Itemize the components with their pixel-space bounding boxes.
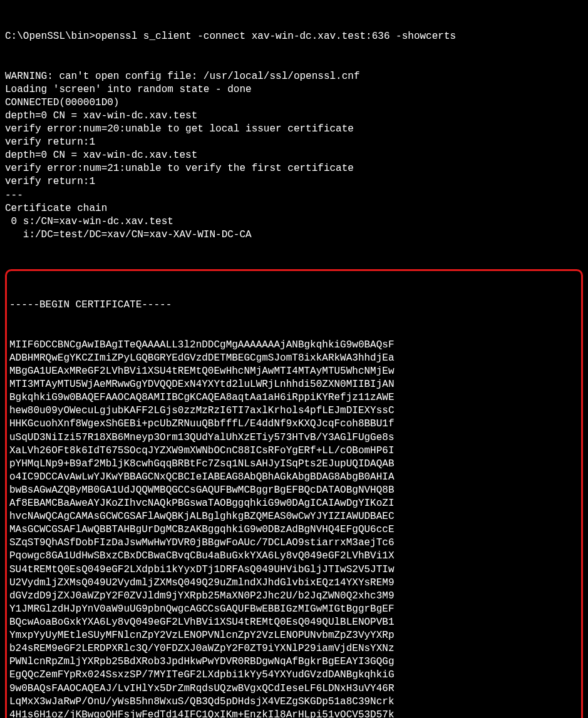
cert-line: SU4tREMtQ0EsQ049eGF2LXdpbi1kYyxDTj1DRFAs…: [9, 563, 579, 577]
cert-line: ADBHMRQwEgYKCZImiZPyLGQBGRYEdGVzdDETMBEG…: [9, 352, 579, 365]
output-line: Certificate chain: [5, 202, 583, 215]
cert-line: BgkqhkiG9w0BAQEFAAOCAQ8AMIIBCgKCAQEA8aqt…: [9, 391, 579, 404]
command-text: openssl s_client -connect xav-win-dc.xav…: [95, 31, 456, 42]
output-line: Loading 'screen' into random state - don…: [5, 83, 583, 96]
terminal-output: C:\OpenSSL\bin>openssl s_client -connect…: [0, 0, 588, 718]
cert-line: 9w0BAQsFAAOCAQEAJ/LvIHlYx5DrZmRqdsUQzwBV…: [9, 682, 579, 695]
cert-line: Pqowgc8GA1UdHwSBxzCBxDCBwaCBvqCBu4aBuGxk…: [9, 550, 579, 563]
output-line: verify error:num=20:unable to get local …: [5, 123, 583, 136]
cert-line: uSqUD3NiIzi57R18XB6Mneyp3Orm13QUdYalUhXz…: [9, 431, 579, 444]
prompt-line: C:\OpenSSL\bin>openssl s_client -connect…: [5, 30, 583, 43]
output-line: depth=0 CN = xav-win-dc.xav.test: [5, 149, 583, 162]
certificate-block: -----BEGIN CERTIFICATE----- MIIF6DCCBNCg…: [5, 269, 583, 718]
cert-line: 4H1s6H1oz/jKBwgoQHFsjwFedTd14IFC1QxIKm+E…: [9, 709, 579, 718]
output-line: depth=0 CN = xav-win-dc.xav.test: [5, 110, 583, 123]
cert-line: MTI3MTAyMTU5WjAeMRwwGgYDVQQDExN4YXYtd2lu…: [9, 378, 579, 391]
output-line: i:/DC=test/DC=xav/CN=xav-XAV-WIN-DC-CA: [5, 228, 583, 242]
output-line: WARNING: can't open config file: /usr/lo…: [5, 70, 583, 83]
cert-line: hew80u09yOWecuLgjubKAFF2LGjs0zzMzRzI6TI7…: [9, 404, 579, 418]
cert-line: b24sREM9eGF2LERDPXRlc3Q/Y0FDZXJ0aWZpY2F0…: [9, 642, 579, 655]
prompt-path: C:\OpenSSL\bin>: [5, 31, 95, 42]
cert-begin-marker: -----BEGIN CERTIFICATE-----: [9, 299, 579, 312]
cert-line: dGVzdD9jZXJ0aWZpY2F0ZVJldm9jYXRpb25MaXN0…: [9, 590, 579, 603]
cert-line: pYHMqLNp9+B9af2MbljK8cwhGqqBRBtFc7Zsq1NL…: [9, 458, 579, 471]
preamble-block: WARNING: can't open config file: /usr/lo…: [5, 70, 583, 242]
cert-line: MAsGCWCGSAFlAwQBBTAHBgUrDgMCBzAKBggqhkiG…: [9, 523, 579, 536]
cert-line: MIIF6DCCBNCgAwIBAgITeQAAAALL3l2nDDCgMgAA…: [9, 339, 579, 352]
output-line: verify return:1: [5, 175, 583, 188]
cert-line: U2VydmljZXMsQ049U2VydmljZXMsQ049Q29uZmln…: [9, 577, 579, 590]
cert-line: Y1JMRGlzdHJpYnV0aW9uUG9pbnQwgcAGCCsGAQUF…: [9, 603, 579, 616]
cert-line: PWNlcnRpZmljYXRpb25BdXRob3JpdHkwPwYDVR0R…: [9, 655, 579, 669]
cert-line: Af8EBAMCBaAweAYJKoZIhvcNAQkPBGswaTAOBggq…: [9, 497, 579, 510]
cert-line: XaLVh26OFt8k6IdT675SOcqJYZXW9mXWNbOCnC88…: [9, 444, 579, 458]
cert-line: MBgGA1UEAxMReGF2LVhBVi1XSU4tREMtQ0EwHhcN…: [9, 365, 579, 378]
output-line: verify error:num=21:unable to verify the…: [5, 162, 583, 175]
cert-line: SZqST9QhASfDobFIzDaJswMwHwYDVR0jBBgwFoAU…: [9, 536, 579, 550]
output-line: ---: [5, 189, 583, 202]
cert-body: MIIF6DCCBNCgAwIBAgITeQAAAALL3l2nDDCgMgAA…: [9, 339, 579, 718]
cert-line: BQcwAoaBoGxkYXA6Ly8vQ049eGF2LVhBVi1XSU4t…: [9, 616, 579, 629]
output-line: verify return:1: [5, 136, 583, 149]
output-line: CONNECTED(000001D0): [5, 96, 583, 110]
cert-line: LqMxX3wJaRwP/OnU/yWsB5hn8WxuS/QB3Qd5pDHd…: [9, 695, 579, 709]
cert-line: bwBsAGwAZQByMB0GA1UdJQQWMBQGCCsGAQUFBwMC…: [9, 484, 579, 497]
cert-line: o4IC9DCCAvAwLwYJKwYBBAGCNxQCBCIeIABEAG8A…: [9, 471, 579, 484]
cert-line: hvcNAwQCAgCAMAsGCWCGSAFlAwQBKjALBglghkgB…: [9, 510, 579, 523]
output-line: 0 s:/CN=xav-win-dc.xav.test: [5, 215, 583, 228]
cert-line: EgQQcZemFYpRx024SsxzSP/7MYITeGF2LXdpbi1k…: [9, 669, 579, 682]
cert-line: HHKGcuohXnf8WgexShGEBi+pcUbZRNuuQBbfffL/…: [9, 418, 579, 431]
cert-line: YmxpYyUyMEtleSUyMFNlcnZpY2VzLENOPVNlcnZp…: [9, 629, 579, 642]
